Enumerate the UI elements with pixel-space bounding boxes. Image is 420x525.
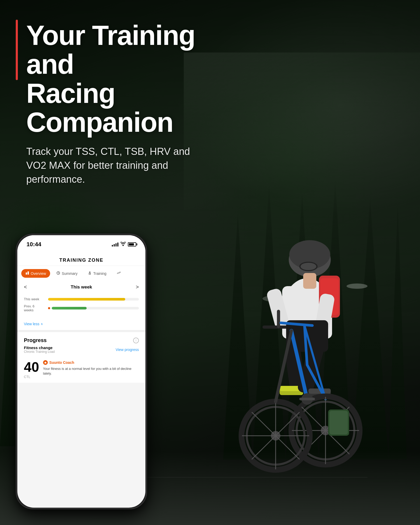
content-wrapper: Your Training and Racing Companion Track…: [0, 0, 420, 525]
phone-screen: 10:44: [17, 235, 145, 508]
progress-header: Progress i: [24, 337, 139, 343]
view-progress-link[interactable]: View progress: [116, 348, 139, 352]
svg-point-57: [89, 272, 90, 273]
progress-section: Progress i Fitness change Chronic Traini…: [17, 332, 145, 383]
tab-summary-label: Summary: [62, 271, 77, 276]
load-label-thisweek: This week: [24, 297, 45, 301]
svg-rect-53: [28, 271, 29, 275]
svg-rect-6: [303, 273, 316, 289]
svg-rect-52: [26, 272, 27, 275]
week-label: This week: [71, 285, 92, 290]
status-icons: [112, 242, 136, 247]
hero-subtitle: Track your TSS, CTL, TSB, HRV and VO2 MA…: [26, 145, 210, 187]
summary-icon: [56, 271, 60, 276]
cyclist-figure: [189, 194, 399, 504]
load-bar-container-thisweek: [48, 298, 139, 301]
view-less-label: View less: [24, 322, 39, 326]
coach-brand-icon: [43, 360, 48, 365]
prev6-dot: [48, 307, 50, 309]
app-title: TRAINING ZONE: [17, 258, 145, 263]
svg-line-46: [252, 436, 276, 459]
week-prev-button[interactable]: <: [24, 284, 27, 290]
coach-text: Your fitness is at a normal level for yo…: [43, 366, 139, 376]
svg-rect-49: [329, 411, 348, 434]
signal-icon: [112, 243, 118, 246]
battery-fill: [129, 243, 134, 245]
tab-overview[interactable]: Overview: [21, 269, 50, 278]
tab-training-label: Training: [93, 271, 106, 276]
tab-summary[interactable]: Summary: [52, 269, 82, 278]
overview-icon: [25, 271, 29, 276]
status-bar: 10:44: [17, 235, 145, 254]
phone-mockup: 10:44: [16, 234, 147, 509]
svg-point-3: [301, 263, 316, 270]
svg-line-56: [58, 273, 59, 274]
cyclist-svg: [189, 194, 399, 509]
hero-title: Your Training and Racing Companion: [26, 21, 210, 137]
ctl-number: 40: [24, 360, 39, 374]
coach-header: Suunto Coach: [43, 360, 139, 365]
hero-text-section: Your Training and Racing Companion Track…: [0, 0, 236, 197]
fitness-change-sub: Chronic Training Load: [24, 350, 55, 354]
coach-content: Suunto Coach Your fitness is at a normal…: [43, 360, 139, 376]
info-icon[interactable]: i: [133, 338, 139, 343]
week-navigation[interactable]: < This week >: [17, 281, 145, 293]
extra-tab-icon: [117, 271, 121, 276]
view-less-button[interactable]: View less ∧: [24, 322, 139, 326]
ctl-label: CTL: [24, 375, 39, 379]
red-accent-bar: [16, 20, 18, 80]
fitness-info: Fitness change Chronic Training Load: [24, 345, 55, 354]
svg-line-45: [252, 412, 276, 436]
load-bar-container-prev6: [52, 307, 139, 309]
tab-bar[interactable]: Overview Summary Training: [17, 266, 145, 281]
fitness-change-label: Fitness change: [24, 345, 55, 350]
load-label-prev6weeks: Prev. 6 weeks: [24, 304, 45, 312]
svg-rect-12: [277, 310, 280, 328]
view-less-section[interactable]: View less ∧: [17, 319, 145, 330]
coach-card: 40 CTL Suunto Coach Your fitness is at a…: [24, 358, 139, 379]
training-icon: [88, 271, 92, 276]
load-row-prev6weeks: Prev. 6 weeks: [24, 304, 139, 312]
phone-body: 10:44: [16, 234, 147, 509]
progress-title: Progress: [24, 337, 47, 343]
fitness-row: Fitness change Chronic Training Load Vie…: [24, 345, 139, 354]
coach-name: Suunto Coach: [49, 360, 74, 365]
status-time: 10:44: [27, 241, 41, 248]
load-row-thisweek: This week: [24, 297, 139, 301]
load-section: This week Prev. 6 weeks: [17, 293, 145, 319]
tab-training[interactable]: Training: [84, 269, 111, 278]
battery-icon: [128, 242, 136, 246]
week-next-button[interactable]: >: [136, 284, 139, 290]
app-header: TRAINING ZONE: [17, 254, 145, 266]
tab-overview-label: Overview: [31, 271, 46, 276]
wifi-icon: [120, 242, 126, 247]
load-bar-green: [52, 307, 87, 309]
section-divider: [17, 330, 145, 332]
tab-extra[interactable]: [113, 269, 125, 278]
chevron-up-icon: ∧: [41, 322, 43, 326]
svg-rect-51: [299, 398, 315, 400]
load-bar-yellow: [48, 298, 125, 301]
ctl-block: 40 CTL: [24, 360, 39, 379]
